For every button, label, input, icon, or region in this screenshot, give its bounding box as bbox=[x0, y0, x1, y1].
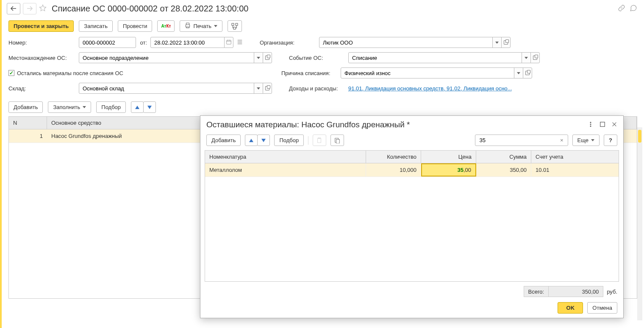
more-button[interactable]: Еще bbox=[572, 135, 600, 146]
event-label: Событие ОС: bbox=[289, 55, 348, 61]
svg-rect-2 bbox=[233, 27, 236, 29]
grid-pick-button[interactable]: Подбор bbox=[96, 101, 126, 113]
paste-button[interactable] bbox=[313, 135, 326, 146]
post-and-close-button[interactable]: Провести и закрыть bbox=[8, 20, 74, 32]
svg-rect-8 bbox=[318, 138, 321, 143]
reason-input[interactable] bbox=[344, 70, 511, 77]
print-button[interactable]: Печать bbox=[180, 20, 222, 32]
grid-fill-button[interactable]: Заполнить bbox=[48, 101, 91, 113]
income-link[interactable]: 91.01, Ликвидация основных средств, 91.0… bbox=[348, 85, 540, 92]
number-label: Номер: bbox=[8, 39, 79, 46]
dialog-title: Оставшиеся материалы: Насос Grundfos дре… bbox=[206, 120, 410, 129]
reason-open-button[interactable] bbox=[523, 67, 532, 78]
structure-button[interactable] bbox=[228, 20, 242, 32]
favorite-icon[interactable] bbox=[39, 4, 47, 13]
svg-rect-11 bbox=[336, 139, 340, 143]
org-drop-button[interactable] bbox=[492, 37, 502, 48]
grid-add-button[interactable]: Добавить bbox=[8, 101, 43, 113]
separator bbox=[308, 136, 308, 145]
materials-dialog: Оставшиеся материалы: Насос Grundfos дре… bbox=[200, 115, 624, 318]
location-open-button[interactable] bbox=[263, 52, 272, 63]
dcol-acc: Счет учета bbox=[531, 151, 619, 163]
currency-label: руб. bbox=[603, 289, 617, 295]
date-input[interactable] bbox=[153, 39, 222, 46]
dcol-nom: Номенклатура bbox=[205, 151, 366, 163]
link-icon[interactable] bbox=[618, 4, 625, 13]
cell-nom: Металлолом bbox=[205, 163, 366, 177]
ok-button[interactable]: OK bbox=[558, 302, 583, 314]
chat-icon[interactable] bbox=[630, 4, 637, 13]
move-up-button[interactable] bbox=[131, 101, 144, 113]
write-button[interactable]: Записать bbox=[79, 20, 113, 32]
svg-point-5 bbox=[590, 124, 591, 125]
cell-n: 1 bbox=[9, 133, 47, 139]
dlg-add-button[interactable]: Добавить bbox=[206, 135, 241, 146]
scrollbar[interactable] bbox=[637, 127, 642, 320]
col-n: N bbox=[9, 117, 47, 129]
cancel-button[interactable]: Отмена bbox=[587, 302, 617, 314]
warehouse-input[interactable] bbox=[82, 85, 251, 92]
debit-credit-button[interactable]: АтКт bbox=[157, 20, 175, 32]
location-label: Местонахождение ОС: bbox=[8, 55, 79, 61]
nav-back-button[interactable] bbox=[7, 3, 20, 14]
dlg-move-up-button[interactable] bbox=[245, 135, 258, 146]
cell-sum: 350,00 bbox=[476, 163, 531, 177]
warehouse-open-button[interactable] bbox=[263, 83, 272, 94]
menu-icon[interactable] bbox=[588, 121, 594, 129]
svg-point-4 bbox=[590, 122, 591, 123]
close-icon[interactable] bbox=[611, 121, 617, 129]
svg-point-6 bbox=[590, 126, 591, 126]
total-value: 350,00 bbox=[548, 286, 603, 297]
search-input[interactable] bbox=[479, 137, 558, 144]
svg-rect-0 bbox=[232, 23, 234, 25]
clear-search-button[interactable]: × bbox=[558, 137, 566, 143]
cell-qty: 10,000 bbox=[366, 163, 421, 177]
income-label: Доходы и расходы: bbox=[289, 85, 348, 92]
event-open-button[interactable] bbox=[530, 52, 540, 63]
from-label: от: bbox=[136, 39, 150, 46]
event-input[interactable] bbox=[351, 54, 519, 62]
total-label: Всего: bbox=[524, 286, 549, 297]
org-open-button[interactable] bbox=[501, 37, 511, 48]
dlg-pick-button[interactable]: Подбор bbox=[274, 135, 304, 146]
event-drop-button[interactable] bbox=[522, 52, 531, 63]
post-button[interactable]: Провести bbox=[118, 20, 153, 32]
search-input-wrapper: × bbox=[475, 135, 568, 146]
dlg-move-down-button[interactable] bbox=[257, 135, 270, 146]
warehouse-label: Склад: bbox=[8, 85, 79, 92]
reason-label: Причина списания: bbox=[281, 70, 341, 76]
org-label: Организация: bbox=[260, 39, 319, 46]
location-input[interactable] bbox=[82, 54, 251, 62]
cell-price[interactable]: 35,00 bbox=[421, 163, 476, 177]
move-down-button[interactable] bbox=[143, 101, 156, 113]
page-title: Списание ОС 0000-000002 от 28.02.2022 13… bbox=[52, 4, 248, 14]
svg-rect-1 bbox=[236, 23, 238, 25]
materials-checkbox-label: Остались материалы после списания ОС bbox=[17, 70, 123, 76]
material-row[interactable]: Металлолом 10,000 35,00 350,00 10.01 bbox=[205, 163, 619, 177]
dcol-price: Цена bbox=[421, 151, 476, 163]
cell-acc: 10.01 bbox=[531, 163, 619, 177]
materials-checkbox[interactable]: ✓ bbox=[8, 70, 14, 76]
list-icon[interactable] bbox=[237, 39, 243, 46]
copy-button[interactable] bbox=[330, 135, 344, 146]
maximize-icon[interactable] bbox=[600, 121, 605, 129]
dcol-qty: Количество bbox=[366, 151, 421, 163]
svg-rect-3 bbox=[227, 40, 231, 44]
org-input[interactable] bbox=[322, 39, 490, 46]
help-button[interactable]: ? bbox=[604, 135, 617, 146]
location-drop-button[interactable] bbox=[254, 52, 263, 63]
warehouse-drop-button[interactable] bbox=[254, 83, 263, 94]
reason-drop-button[interactable] bbox=[514, 67, 523, 78]
materials-grid[interactable]: Номенклатура Количество Цена Сумма Счет … bbox=[205, 150, 619, 282]
number-input[interactable] bbox=[82, 39, 133, 46]
svg-rect-7 bbox=[600, 122, 605, 126]
calendar-button[interactable] bbox=[224, 37, 233, 48]
nav-forward-button[interactable] bbox=[23, 3, 36, 14]
dcol-sum: Сумма bbox=[476, 151, 531, 163]
